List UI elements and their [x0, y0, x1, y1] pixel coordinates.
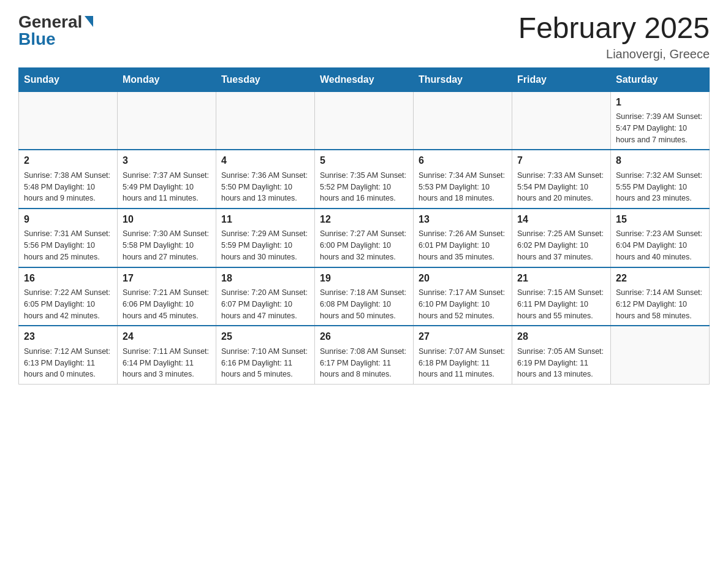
day-number: 18	[221, 272, 309, 285]
logo: General Blue	[18, 12, 93, 49]
calendar-week-row: 1Sunrise: 7:39 AM Sunset: 5:47 PM Daylig…	[19, 91, 710, 150]
col-sunday: Sunday	[19, 67, 118, 91]
day-number: 4	[221, 154, 309, 167]
day-number: 15	[616, 213, 704, 226]
day-info: Sunrise: 7:35 AM Sunset: 5:52 PM Dayligh…	[320, 170, 408, 204]
table-row: 12Sunrise: 7:27 AM Sunset: 6:00 PM Dayli…	[315, 209, 414, 267]
day-number: 5	[320, 154, 408, 167]
day-number: 10	[123, 213, 211, 226]
calendar-week-row: 2Sunrise: 7:38 AM Sunset: 5:48 PM Daylig…	[19, 150, 710, 209]
title-area: February 2025 Lianovergi, Greece	[518, 12, 710, 61]
day-info: Sunrise: 7:14 AM Sunset: 6:12 PM Dayligh…	[616, 287, 704, 321]
day-info: Sunrise: 7:30 AM Sunset: 5:58 PM Dayligh…	[123, 228, 211, 262]
table-row	[118, 91, 216, 150]
calendar-header-row: Sunday Monday Tuesday Wednesday Thursday…	[19, 67, 710, 91]
day-info: Sunrise: 7:22 AM Sunset: 6:05 PM Dayligh…	[24, 287, 112, 321]
day-info: Sunrise: 7:29 AM Sunset: 5:59 PM Dayligh…	[221, 228, 309, 262]
day-info: Sunrise: 7:34 AM Sunset: 5:53 PM Dayligh…	[419, 170, 507, 204]
table-row	[414, 91, 512, 150]
table-row: 28Sunrise: 7:05 AM Sunset: 6:19 PM Dayli…	[512, 326, 611, 384]
day-number: 25	[221, 330, 309, 343]
day-info: Sunrise: 7:17 AM Sunset: 6:10 PM Dayligh…	[419, 287, 507, 321]
day-number: 17	[123, 272, 211, 285]
day-info: Sunrise: 7:31 AM Sunset: 5:56 PM Dayligh…	[24, 228, 112, 262]
col-wednesday: Wednesday	[315, 67, 414, 91]
day-number: 14	[517, 213, 605, 226]
day-info: Sunrise: 7:36 AM Sunset: 5:50 PM Dayligh…	[221, 170, 309, 204]
table-row: 19Sunrise: 7:18 AM Sunset: 6:08 PM Dayli…	[315, 267, 414, 326]
calendar-table: Sunday Monday Tuesday Wednesday Thursday…	[18, 67, 710, 385]
day-info: Sunrise: 7:15 AM Sunset: 6:11 PM Dayligh…	[517, 287, 605, 321]
table-row: 10Sunrise: 7:30 AM Sunset: 5:58 PM Dayli…	[118, 209, 216, 267]
day-number: 21	[517, 272, 605, 285]
day-number: 2	[24, 154, 112, 167]
day-info: Sunrise: 7:27 AM Sunset: 6:00 PM Dayligh…	[320, 228, 408, 262]
col-monday: Monday	[118, 67, 216, 91]
col-tuesday: Tuesday	[216, 67, 315, 91]
day-info: Sunrise: 7:11 AM Sunset: 6:14 PM Dayligh…	[123, 346, 211, 380]
table-row: 21Sunrise: 7:15 AM Sunset: 6:11 PM Dayli…	[512, 267, 611, 326]
logo-arrow-icon	[85, 16, 93, 27]
day-number: 1	[616, 96, 704, 109]
month-title: February 2025	[518, 12, 710, 45]
day-number: 11	[221, 213, 309, 226]
col-friday: Friday	[512, 67, 611, 91]
table-row: 3Sunrise: 7:37 AM Sunset: 5:49 PM Daylig…	[118, 150, 216, 209]
day-number: 9	[24, 213, 112, 226]
day-info: Sunrise: 7:38 AM Sunset: 5:48 PM Dayligh…	[24, 170, 112, 204]
day-number: 22	[616, 272, 704, 285]
table-row: 15Sunrise: 7:23 AM Sunset: 6:04 PM Dayli…	[611, 209, 710, 267]
day-info: Sunrise: 7:07 AM Sunset: 6:18 PM Dayligh…	[419, 346, 507, 380]
table-row	[315, 91, 414, 150]
calendar-week-row: 23Sunrise: 7:12 AM Sunset: 6:13 PM Dayli…	[19, 326, 710, 384]
col-saturday: Saturday	[611, 67, 710, 91]
table-row: 18Sunrise: 7:20 AM Sunset: 6:07 PM Dayli…	[216, 267, 315, 326]
day-info: Sunrise: 7:25 AM Sunset: 6:02 PM Dayligh…	[517, 228, 605, 262]
day-number: 6	[419, 154, 507, 167]
day-info: Sunrise: 7:20 AM Sunset: 6:07 PM Dayligh…	[221, 287, 309, 321]
table-row: 9Sunrise: 7:31 AM Sunset: 5:56 PM Daylig…	[19, 209, 118, 267]
day-info: Sunrise: 7:12 AM Sunset: 6:13 PM Dayligh…	[24, 346, 112, 380]
table-row: 5Sunrise: 7:35 AM Sunset: 5:52 PM Daylig…	[315, 150, 414, 209]
table-row: 16Sunrise: 7:22 AM Sunset: 6:05 PM Dayli…	[19, 267, 118, 326]
day-number: 27	[419, 330, 507, 343]
day-info: Sunrise: 7:21 AM Sunset: 6:06 PM Dayligh…	[123, 287, 211, 321]
table-row: 20Sunrise: 7:17 AM Sunset: 6:10 PM Dayli…	[414, 267, 512, 326]
table-row: 25Sunrise: 7:10 AM Sunset: 6:16 PM Dayli…	[216, 326, 315, 384]
table-row: 27Sunrise: 7:07 AM Sunset: 6:18 PM Dayli…	[414, 326, 512, 384]
table-row: 4Sunrise: 7:36 AM Sunset: 5:50 PM Daylig…	[216, 150, 315, 209]
table-row: 26Sunrise: 7:08 AM Sunset: 6:17 PM Dayli…	[315, 326, 414, 384]
day-number: 19	[320, 272, 408, 285]
table-row: 22Sunrise: 7:14 AM Sunset: 6:12 PM Dayli…	[611, 267, 710, 326]
table-row: 11Sunrise: 7:29 AM Sunset: 5:59 PM Dayli…	[216, 209, 315, 267]
table-row: 24Sunrise: 7:11 AM Sunset: 6:14 PM Dayli…	[118, 326, 216, 384]
day-number: 13	[419, 213, 507, 226]
calendar-week-row: 16Sunrise: 7:22 AM Sunset: 6:05 PM Dayli…	[19, 267, 710, 326]
col-thursday: Thursday	[414, 67, 512, 91]
day-number: 16	[24, 272, 112, 285]
day-number: 28	[517, 330, 605, 343]
day-info: Sunrise: 7:18 AM Sunset: 6:08 PM Dayligh…	[320, 287, 408, 321]
day-info: Sunrise: 7:08 AM Sunset: 6:17 PM Dayligh…	[320, 346, 408, 380]
table-row: 1Sunrise: 7:39 AM Sunset: 5:47 PM Daylig…	[611, 91, 710, 150]
table-row: 2Sunrise: 7:38 AM Sunset: 5:48 PM Daylig…	[19, 150, 118, 209]
day-number: 23	[24, 330, 112, 343]
table-row	[512, 91, 611, 150]
day-info: Sunrise: 7:26 AM Sunset: 6:01 PM Dayligh…	[419, 228, 507, 262]
day-number: 26	[320, 330, 408, 343]
day-info: Sunrise: 7:23 AM Sunset: 6:04 PM Dayligh…	[616, 228, 704, 262]
table-row: 23Sunrise: 7:12 AM Sunset: 6:13 PM Dayli…	[19, 326, 118, 384]
table-row	[216, 91, 315, 150]
calendar-week-row: 9Sunrise: 7:31 AM Sunset: 5:56 PM Daylig…	[19, 209, 710, 267]
day-info: Sunrise: 7:37 AM Sunset: 5:49 PM Dayligh…	[123, 170, 211, 204]
day-number: 20	[419, 272, 507, 285]
day-info: Sunrise: 7:33 AM Sunset: 5:54 PM Dayligh…	[517, 170, 605, 204]
location: Lianovergi, Greece	[518, 47, 710, 61]
table-row: 6Sunrise: 7:34 AM Sunset: 5:53 PM Daylig…	[414, 150, 512, 209]
day-info: Sunrise: 7:39 AM Sunset: 5:47 PM Dayligh…	[616, 111, 704, 145]
day-info: Sunrise: 7:32 AM Sunset: 5:55 PM Dayligh…	[616, 170, 704, 204]
table-row: 13Sunrise: 7:26 AM Sunset: 6:01 PM Dayli…	[414, 209, 512, 267]
table-row: 7Sunrise: 7:33 AM Sunset: 5:54 PM Daylig…	[512, 150, 611, 209]
day-number: 12	[320, 213, 408, 226]
day-number: 24	[123, 330, 211, 343]
